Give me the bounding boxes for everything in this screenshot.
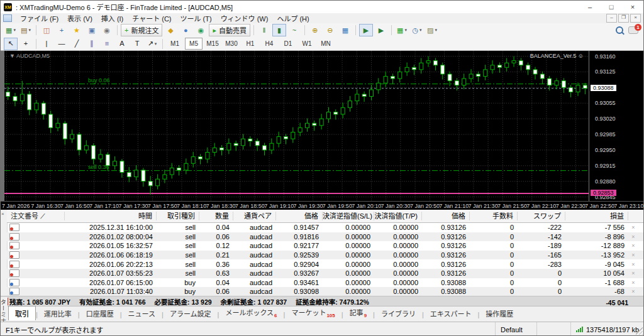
periods-button-dropdown[interactable]: ▾ (419, 28, 422, 33)
tab-account-history[interactable]: 口座履歴 (80, 306, 120, 320)
data-window-button[interactable]: + (55, 24, 69, 36)
indicators-button[interactable]: ▦▾ (395, 24, 409, 36)
channel-button[interactable]: ∥ (85, 38, 99, 50)
column-header[interactable]: 価格 (276, 212, 323, 220)
templates-button[interactable]: ▨▾ (425, 24, 439, 36)
news-button[interactable]: ◉ (194, 24, 208, 36)
chart-plot[interactable]: buy 0.06sell 0.36 ▼ AUDCAD,M5 BALANCEA_V… (4, 51, 589, 201)
profiles-button[interactable]: ▤▾ (19, 24, 33, 36)
tab-articles[interactable]: 記事9 (343, 305, 373, 320)
menu-insert[interactable]: 挿入 (I) (97, 13, 128, 24)
timeframe-button-mn[interactable]: MN (317, 38, 335, 50)
terminal-close-icon[interactable]: × (1, 211, 4, 217)
close-position-icon[interactable]: × (628, 261, 644, 268)
orders-table-header[interactable]: 注文番号 ⟋時間取引種別数量通貨ペア価格決済逆指値(S/L)決済指値(T/P)価… (7, 210, 644, 223)
column-header[interactable]: 時間 (65, 212, 157, 220)
column-header[interactable]: 取引種別 (157, 212, 199, 220)
timeframe-button-d1[interactable]: D1 (279, 38, 297, 50)
menu-tools[interactable]: ツール (T) (176, 13, 216, 24)
arrow-tools-button-dropdown[interactable]: ▾ (155, 41, 157, 46)
status-profile[interactable]: Default (495, 322, 536, 336)
zoom-in-button[interactable]: ⊕ (308, 24, 322, 36)
tab-news[interactable]: ニュース (122, 306, 162, 320)
crosshair-button[interactable]: + (19, 38, 33, 50)
indicators-button-dropdown[interactable]: ▾ (404, 28, 407, 33)
mdi-close-button[interactable]: × (630, 14, 641, 23)
templates-button-dropdown[interactable]: ▾ (435, 28, 437, 33)
column-header[interactable]: 通貨ペア (233, 212, 276, 220)
navigator-button[interactable]: ★ (70, 24, 84, 36)
chart-shift-button[interactable]: ▶ (359, 24, 373, 36)
order-row[interactable]: 2025.12.31 16:10:00sell0.04audcad0.91457… (7, 223, 644, 232)
candlestick-button[interactable]: ▮ (272, 24, 286, 36)
trendline-button[interactable]: ╱ (70, 38, 84, 50)
horizontal-line-button[interactable]: — (55, 38, 69, 50)
profiles-button-dropdown[interactable]: ▾ (28, 28, 31, 33)
periods-button[interactable]: ◷▾ (410, 24, 424, 36)
auto-trading-button[interactable]: ▸自動売買 (209, 24, 250, 36)
new-chart-button-dropdown[interactable]: ▾ (13, 28, 16, 33)
menu-help[interactable]: ヘルプ (H) (272, 13, 313, 24)
resize-grip[interactable] (635, 327, 643, 335)
tab-journal[interactable]: 操作履歴 (479, 306, 519, 320)
timeframe-button-m15[interactable]: M15 (204, 38, 221, 50)
close-position-icon[interactable]: × (628, 288, 644, 295)
order-row[interactable]: 2026.01.06 20:22:13sell0.36audcad0.92904… (7, 259, 644, 269)
tab-library[interactable]: ライブラリ (375, 306, 422, 320)
order-row[interactable]: 2026.01.02 08:00:04sell0.06audcad0.91816… (7, 232, 644, 242)
column-header[interactable] (628, 212, 644, 220)
chart-symbol-label[interactable]: ▼ AUDCAD,M5 (9, 53, 50, 59)
timeframe-button-h4[interactable]: H4 (260, 38, 278, 50)
tab-exposure[interactable]: 運用比率 (38, 306, 78, 320)
timeframe-button-m30[interactable]: M30 (223, 38, 240, 50)
order-row[interactable]: 2026.01.07 11:03:40buy0.06audcad0.930980… (7, 287, 644, 296)
mdi-minimize-button[interactable]: – (606, 14, 617, 23)
mdi-restore-button[interactable]: ❐ (618, 14, 629, 23)
cursor-button[interactable]: ↖ (4, 38, 18, 50)
timeframe-button-m1[interactable]: M1 (166, 38, 184, 50)
column-header[interactable]: 価格 (422, 212, 470, 220)
close-button[interactable]: × (622, 1, 643, 13)
vertical-line-button[interactable]: | (40, 38, 53, 50)
fibonacci-button[interactable]: ≡ (100, 38, 114, 50)
tab-experts[interactable]: エキスパート (424, 306, 478, 320)
new-order-button[interactable]: +新規注文 (121, 24, 162, 36)
zoom-out-button[interactable]: ⊖ (323, 24, 337, 36)
close-position-icon[interactable]: × (628, 242, 644, 249)
terminal-panel-button[interactable]: ▣ (85, 24, 99, 36)
tab-mailbox[interactable]: メールボックス6 (219, 305, 283, 320)
search-icon[interactable] (616, 26, 623, 34)
column-header[interactable]: 数量 (199, 212, 233, 220)
timeframe-button-m5[interactable]: M5 (185, 38, 203, 50)
column-header[interactable]: 決済指値(T/P) (374, 212, 422, 220)
maximize-button[interactable]: □ (601, 1, 622, 13)
auto-scroll-button[interactable]: ▶ (374, 24, 388, 36)
column-header[interactable]: スワップ (518, 212, 565, 220)
text-button[interactable]: A (115, 38, 129, 50)
label-button[interactable]: T (130, 38, 144, 50)
column-header[interactable]: 注文番号 ⟋ (7, 212, 65, 220)
column-header[interactable]: 手数料 (470, 212, 518, 220)
timeframe-button-w1[interactable]: W1 (298, 38, 316, 50)
tab-market[interactable]: マーケット105 (285, 305, 341, 320)
column-header[interactable]: 決済逆指値(S/L) (323, 212, 374, 220)
order-row[interactable]: 2026.01.06 06:18:19sell0.21audcad0.92539… (7, 251, 644, 260)
close-position-icon[interactable]: × (628, 279, 644, 286)
timeframe-button-h1[interactable]: H1 (242, 38, 259, 50)
line-chart-button[interactable]: ~ (287, 24, 301, 36)
tab-alarms[interactable]: アラーム設定 (164, 306, 218, 320)
close-position-icon[interactable]: × (628, 224, 644, 230)
tab-trade[interactable]: 取引 (8, 306, 36, 320)
price-axis[interactable]: 0.931600.931250.930550.930200.929850.929… (589, 51, 644, 201)
notifications-icon[interactable]: 1 (628, 26, 638, 34)
community-button[interactable]: ● (179, 24, 192, 36)
menu-window[interactable]: ウィンドウ (W) (216, 13, 273, 24)
new-chart-button[interactable]: ▦▾ (4, 24, 18, 36)
order-row[interactable]: 2026.01.05 16:32:57sell0.12audcad0.92177… (7, 241, 644, 251)
close-position-icon[interactable]: × (628, 270, 644, 276)
tile-windows-button[interactable]: ▦ (338, 24, 352, 36)
menu-file[interactable]: ファイル (F) (16, 13, 63, 24)
strategy-tester-button[interactable]: ◉ (100, 24, 114, 36)
order-row[interactable]: 2026.01.07 06:15:00buy0.04audcad0.934610… (7, 278, 644, 288)
minimize-button[interactable]: – (579, 1, 601, 13)
